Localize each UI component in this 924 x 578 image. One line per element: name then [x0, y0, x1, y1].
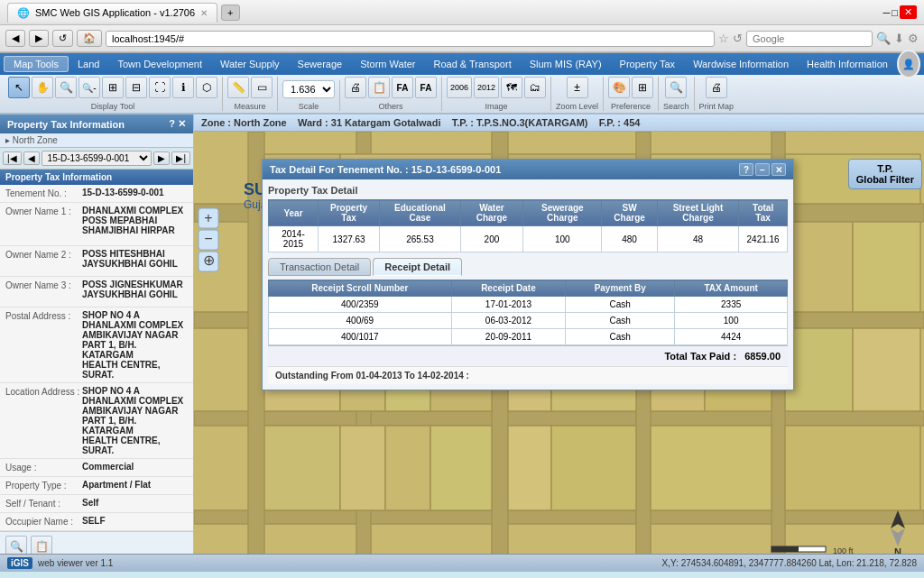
- version-text: web viewer ver 1.1: [38, 558, 113, 568]
- breadcrumb-arrow: ▸: [5, 135, 13, 145]
- image-layer-btn[interactable]: 🗂: [524, 77, 546, 98]
- breadcrumb: ▸ North Zone: [0, 133, 193, 148]
- map-background[interactable]: SURAT Gujarat N 50 m 100 ft: [194, 132, 924, 554]
- table-view-btn[interactable]: 📋: [31, 536, 52, 554]
- print-map-btn[interactable]: 🖨: [706, 77, 727, 98]
- legend-btn[interactable]: 📋: [368, 77, 390, 98]
- svg-rect-24: [853, 222, 920, 312]
- zoom-level-btn[interactable]: ±: [567, 77, 588, 98]
- panel-title: Property Tax Information: [7, 119, 125, 130]
- zoom-out-btn[interactable]: 🔍-: [79, 77, 100, 98]
- identify-btn[interactable]: ℹ: [172, 77, 194, 98]
- image-tool-btn[interactable]: 🗺: [501, 77, 522, 98]
- address-bar[interactable]: [106, 31, 715, 47]
- tp-global-filter[interactable]: T.P. Global Filter: [848, 159, 922, 189]
- scale-group: 1.636 Scale: [278, 80, 340, 111]
- search-go-icon[interactable]: 🔍: [876, 32, 891, 45]
- measure-tool-group: 📏 ▭ Measure: [223, 77, 278, 111]
- pref-btn[interactable]: ⊞: [632, 77, 653, 98]
- measure-line-btn[interactable]: 📏: [227, 77, 249, 98]
- menu-item-wardwise[interactable]: Wardwise Information: [684, 57, 798, 71]
- menu-item-road-transport[interactable]: Road & Transport: [424, 57, 520, 71]
- date-3: 20-09-2011: [451, 329, 566, 345]
- panel-help-icon[interactable]: ?: [169, 118, 175, 130]
- zoom-in-btn[interactable]: 🔍: [55, 77, 77, 98]
- zoom-to-feature-btn[interactable]: 🔍: [5, 536, 27, 554]
- tab-receipt-detail[interactable]: Receipt Detail: [373, 258, 462, 276]
- panel-close-icon[interactable]: ✕: [178, 118, 186, 130]
- menu-item-slum-mis[interactable]: Slum MIS (RAY): [521, 57, 611, 71]
- svg-rect-35: [264, 426, 340, 510]
- svg-rect-41: [651, 426, 772, 510]
- maximize-btn[interactable]: □: [892, 7, 898, 18]
- close-btn[interactable]: ✕: [900, 5, 917, 19]
- search-tool-btn[interactable]: 🔍: [665, 77, 687, 98]
- settings-icon[interactable]: ⚙: [908, 32, 919, 45]
- dialog-help-btn[interactable]: ?: [739, 163, 753, 176]
- tenement-label: Tenement No. :: [5, 188, 82, 199]
- move-btn[interactable]: ⬡: [196, 77, 217, 98]
- zoom-level-label: Zoom Level: [556, 102, 598, 111]
- back-button[interactable]: ◀: [5, 30, 25, 47]
- dialog-minimize-btn[interactable]: −: [755, 163, 770, 176]
- measure-area-btn[interactable]: ▭: [251, 77, 273, 98]
- menu-item-land[interactable]: Land: [69, 57, 108, 71]
- panel-header: Property Tax Information ? ✕: [0, 115, 193, 133]
- tax-table: Year Property Tax Educational Case Water…: [268, 199, 788, 252]
- browser-tab[interactable]: 🌐 SMC Web GIS Application - v1.2706 ✕: [7, 3, 217, 23]
- receipt-row-1: 400/2359 17-01-2013 Cash 2335: [269, 297, 788, 313]
- panel-next-btn[interactable]: ▶: [153, 151, 170, 165]
- others-group: 🖨 📋 FA FA Others: [340, 77, 442, 111]
- owner2-value: POSS HITESHBHAI JAYSUKHBHAI GOHIL: [82, 249, 188, 273]
- tab-close-icon[interactable]: ✕: [200, 8, 208, 18]
- image-2012-btn[interactable]: 2012: [474, 77, 499, 98]
- menu-item-map-tools[interactable]: Map Tools: [4, 56, 69, 72]
- panel-prev-btn[interactable]: ◀: [23, 151, 40, 165]
- pan-tool-btn[interactable]: ✋: [32, 77, 53, 98]
- panel-tenement-select[interactable]: 15-D-13-6599-0-001: [42, 151, 152, 166]
- refresh-button[interactable]: ↺: [52, 30, 73, 47]
- payment-3: Cash: [566, 329, 675, 345]
- print-btn[interactable]: 🖨: [345, 77, 366, 98]
- text-tool2-btn[interactable]: FA: [415, 77, 437, 98]
- menu-item-sewerage[interactable]: Sewerage: [289, 57, 352, 71]
- dialog-close-btn[interactable]: ✕: [772, 163, 786, 176]
- full-extent-btn[interactable]: ⛶: [149, 77, 171, 98]
- color-btn[interactable]: 🎨: [608, 77, 630, 98]
- date-1: 17-01-2013: [451, 297, 566, 313]
- preference-label: Preference: [611, 102, 651, 111]
- map-navigation[interactable]: + − ⊕: [199, 208, 218, 271]
- display-tool-group: ↖ ✋ 🔍 🔍- ⊞ ⊟ ⛶ ℹ ⬡ Display Tool: [4, 77, 223, 111]
- menu-item-water-supply[interactable]: Water Supply: [211, 57, 289, 71]
- home-button[interactable]: 🏠: [77, 30, 102, 47]
- owner3-label: Owner Name 3 :: [5, 280, 82, 304]
- map-area[interactable]: Zone : North Zone Ward : 31 Katargam Got…: [194, 115, 924, 554]
- dialog-title-text: Tax Detail For Tenement No. : 15-D-13-65…: [270, 164, 501, 175]
- zoom-extent-btn[interactable]: ⊞: [102, 77, 124, 98]
- image-2006-btn[interactable]: 2006: [447, 77, 472, 98]
- browser-search-input[interactable]: [746, 31, 873, 47]
- minimize-btn[interactable]: ─: [883, 7, 891, 18]
- forward-button[interactable]: ▶: [29, 30, 49, 47]
- amount-2: 100: [675, 313, 788, 329]
- text-tool-btn[interactable]: FA: [392, 77, 413, 98]
- menu-item-storm-water[interactable]: Storm Water: [351, 57, 424, 71]
- select-tool-btn[interactable]: ↖: [8, 77, 30, 98]
- download-icon: ⬇: [894, 32, 904, 45]
- zoom-layer-btn[interactable]: ⊟: [125, 77, 147, 98]
- menu-item-property-tax[interactable]: Property Tax: [611, 57, 685, 71]
- col-street-light: Street Light Charge: [657, 200, 738, 226]
- receipt-table: Receipt Scroll Number Receipt Date Payme…: [268, 280, 788, 345]
- others-label: Others: [378, 102, 402, 111]
- panel-first-btn[interactable]: |◀: [3, 151, 22, 165]
- menu-item-health[interactable]: Health Information: [798, 57, 897, 71]
- info-row-owner1: Owner Name 1 : DHANLAXMI COMPLEX POSS ME…: [0, 203, 193, 246]
- tab-transaction-detail[interactable]: Transaction Detail: [268, 258, 371, 276]
- property-type-label: Property Type :: [5, 480, 82, 491]
- scale-select[interactable]: 1.636: [282, 80, 335, 98]
- location-value: SHOP NO 4 A DHANLAXMI COMPLEX AMBIKAVIJA…: [82, 386, 188, 455]
- panel-last-btn[interactable]: ▶|: [171, 151, 190, 165]
- new-tab-btn[interactable]: +: [221, 5, 239, 21]
- svg-rect-34: [853, 328, 920, 411]
- menu-item-town-dev[interactable]: Town Development: [108, 57, 211, 71]
